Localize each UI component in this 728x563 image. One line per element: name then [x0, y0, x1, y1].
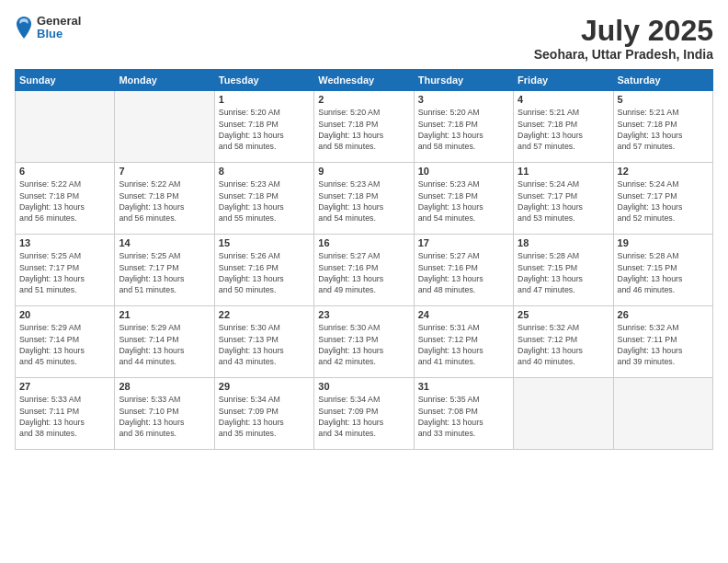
title-area: July 2025 Seohara, Uttar Pradesh, India	[534, 15, 713, 62]
day-number-28: 28	[119, 381, 210, 392]
day-number-2: 2	[318, 94, 409, 105]
cell-w4-d3: 22Sunrise: 5:30 AM Sunset: 7:13 PM Dayli…	[214, 306, 313, 378]
calendar-header-row: Sunday Monday Tuesday Wednesday Thursday…	[16, 70, 713, 91]
cell-w2-d7: 12Sunrise: 5:24 AM Sunset: 7:17 PM Dayli…	[613, 163, 712, 235]
cell-w5-d2: 28Sunrise: 5:33 AM Sunset: 7:10 PM Dayli…	[115, 378, 214, 450]
col-monday: Monday	[115, 70, 214, 91]
logo-text: General Blue	[37, 15, 81, 41]
day-number-8: 8	[219, 166, 310, 177]
logo-blue-text: Blue	[37, 28, 81, 40]
day-number-3: 3	[418, 94, 509, 105]
day-info-25: Sunrise: 5:32 AM Sunset: 7:12 PM Dayligh…	[518, 322, 609, 367]
day-info-19: Sunrise: 5:28 AM Sunset: 7:15 PM Dayligh…	[618, 250, 709, 295]
day-info-14: Sunrise: 5:25 AM Sunset: 7:17 PM Dayligh…	[119, 250, 210, 295]
week-row-4: 20Sunrise: 5:29 AM Sunset: 7:14 PM Dayli…	[16, 306, 713, 378]
day-info-10: Sunrise: 5:23 AM Sunset: 7:18 PM Dayligh…	[418, 178, 509, 224]
day-number-27: 27	[19, 381, 110, 392]
cell-w5-d6	[514, 378, 613, 450]
day-number-7: 7	[119, 166, 210, 177]
day-info-6: Sunrise: 5:22 AM Sunset: 7:18 PM Dayligh…	[19, 178, 110, 224]
day-info-28: Sunrise: 5:33 AM Sunset: 7:10 PM Dayligh…	[119, 394, 210, 439]
day-info-9: Sunrise: 5:23 AM Sunset: 7:18 PM Dayligh…	[318, 178, 409, 224]
cell-w3-d5: 17Sunrise: 5:27 AM Sunset: 7:16 PM Dayli…	[414, 235, 513, 306]
day-info-4: Sunrise: 5:21 AM Sunset: 7:18 PM Dayligh…	[518, 107, 609, 152]
cell-w5-d7	[613, 378, 712, 450]
cell-w3-d6: 18Sunrise: 5:28 AM Sunset: 7:15 PM Dayli…	[514, 235, 613, 306]
day-info-15: Sunrise: 5:26 AM Sunset: 7:16 PM Dayligh…	[219, 250, 310, 295]
day-info-18: Sunrise: 5:28 AM Sunset: 7:15 PM Dayligh…	[518, 250, 609, 295]
cell-w2-d6: 11Sunrise: 5:24 AM Sunset: 7:17 PM Dayli…	[514, 163, 613, 235]
day-info-12: Sunrise: 5:24 AM Sunset: 7:17 PM Dayligh…	[618, 178, 709, 224]
calendar-table: Sunday Monday Tuesday Wednesday Thursday…	[15, 69, 713, 450]
day-number-5: 5	[618, 94, 709, 105]
cell-w2-d3: 8Sunrise: 5:23 AM Sunset: 7:18 PM Daylig…	[214, 163, 313, 235]
logo-general-text: General	[37, 15, 81, 28]
day-info-23: Sunrise: 5:30 AM Sunset: 7:13 PM Dayligh…	[318, 322, 409, 367]
cell-w2-d1: 6Sunrise: 5:22 AM Sunset: 7:18 PM Daylig…	[16, 163, 115, 235]
day-number-18: 18	[518, 237, 609, 248]
day-number-13: 13	[19, 237, 110, 248]
cell-w1-d5: 3Sunrise: 5:20 AM Sunset: 7:18 PM Daylig…	[414, 91, 513, 163]
day-number-1: 1	[219, 94, 310, 105]
day-info-13: Sunrise: 5:25 AM Sunset: 7:17 PM Dayligh…	[19, 250, 110, 295]
day-number-15: 15	[219, 237, 310, 248]
cell-w4-d5: 24Sunrise: 5:31 AM Sunset: 7:12 PM Dayli…	[414, 306, 513, 378]
cell-w2-d4: 9Sunrise: 5:23 AM Sunset: 7:18 PM Daylig…	[314, 163, 414, 235]
day-info-8: Sunrise: 5:23 AM Sunset: 7:18 PM Dayligh…	[219, 178, 310, 224]
month-title: July 2025	[534, 15, 713, 47]
day-number-30: 30	[318, 381, 409, 392]
location: Seohara, Uttar Pradesh, India	[534, 47, 713, 62]
cell-w4-d1: 20Sunrise: 5:29 AM Sunset: 7:14 PM Dayli…	[16, 306, 115, 378]
day-info-7: Sunrise: 5:22 AM Sunset: 7:18 PM Dayligh…	[119, 178, 210, 224]
day-number-6: 6	[19, 166, 110, 177]
day-info-24: Sunrise: 5:31 AM Sunset: 7:12 PM Dayligh…	[418, 322, 509, 367]
day-info-16: Sunrise: 5:27 AM Sunset: 7:16 PM Dayligh…	[318, 250, 409, 295]
logo-icon	[15, 15, 33, 40]
day-number-9: 9	[318, 166, 409, 177]
day-info-22: Sunrise: 5:30 AM Sunset: 7:13 PM Dayligh…	[219, 322, 310, 367]
cell-w1-d6: 4Sunrise: 5:21 AM Sunset: 7:18 PM Daylig…	[514, 91, 613, 163]
col-thursday: Thursday	[414, 70, 513, 91]
cell-w4-d2: 21Sunrise: 5:29 AM Sunset: 7:14 PM Dayli…	[115, 306, 214, 378]
week-row-1: 1Sunrise: 5:20 AM Sunset: 7:18 PM Daylig…	[16, 91, 713, 163]
col-sunday: Sunday	[16, 70, 115, 91]
day-info-27: Sunrise: 5:33 AM Sunset: 7:11 PM Dayligh…	[19, 394, 110, 439]
cell-w1-d2	[115, 91, 214, 163]
col-wednesday: Wednesday	[314, 70, 414, 91]
day-number-25: 25	[518, 309, 609, 320]
cell-w2-d2: 7Sunrise: 5:22 AM Sunset: 7:18 PM Daylig…	[115, 163, 214, 235]
day-number-21: 21	[119, 309, 210, 320]
cell-w1-d4: 2Sunrise: 5:20 AM Sunset: 7:18 PM Daylig…	[314, 91, 414, 163]
col-friday: Friday	[514, 70, 613, 91]
week-row-2: 6Sunrise: 5:22 AM Sunset: 7:18 PM Daylig…	[16, 163, 713, 235]
cell-w3-d7: 19Sunrise: 5:28 AM Sunset: 7:15 PM Dayli…	[613, 235, 712, 306]
day-info-3: Sunrise: 5:20 AM Sunset: 7:18 PM Dayligh…	[418, 107, 509, 152]
day-number-11: 11	[518, 166, 609, 177]
col-tuesday: Tuesday	[214, 70, 313, 91]
cell-w1-d7: 5Sunrise: 5:21 AM Sunset: 7:18 PM Daylig…	[613, 91, 712, 163]
day-number-29: 29	[219, 381, 310, 392]
col-saturday: Saturday	[613, 70, 712, 91]
week-row-5: 27Sunrise: 5:33 AM Sunset: 7:11 PM Dayli…	[16, 378, 713, 450]
day-info-30: Sunrise: 5:34 AM Sunset: 7:09 PM Dayligh…	[318, 394, 409, 439]
header: General Blue July 2025 Seohara, Uttar Pr…	[15, 15, 713, 62]
day-info-21: Sunrise: 5:29 AM Sunset: 7:14 PM Dayligh…	[119, 322, 210, 367]
cell-w3-d3: 15Sunrise: 5:26 AM Sunset: 7:16 PM Dayli…	[214, 235, 313, 306]
week-row-3: 13Sunrise: 5:25 AM Sunset: 7:17 PM Dayli…	[16, 235, 713, 306]
day-number-19: 19	[618, 237, 709, 248]
day-info-29: Sunrise: 5:34 AM Sunset: 7:09 PM Dayligh…	[219, 394, 310, 439]
day-info-1: Sunrise: 5:20 AM Sunset: 7:18 PM Dayligh…	[219, 107, 310, 152]
cell-w4-d7: 26Sunrise: 5:32 AM Sunset: 7:11 PM Dayli…	[613, 306, 712, 378]
cell-w3-d2: 14Sunrise: 5:25 AM Sunset: 7:17 PM Dayli…	[115, 235, 214, 306]
page: General Blue July 2025 Seohara, Uttar Pr…	[0, 0, 728, 563]
day-number-16: 16	[318, 237, 409, 248]
day-number-26: 26	[618, 309, 709, 320]
day-number-22: 22	[219, 309, 310, 320]
day-info-31: Sunrise: 5:35 AM Sunset: 7:08 PM Dayligh…	[418, 394, 509, 439]
cell-w5-d4: 30Sunrise: 5:34 AM Sunset: 7:09 PM Dayli…	[314, 378, 414, 450]
day-number-4: 4	[518, 94, 609, 105]
day-number-17: 17	[418, 237, 509, 248]
day-number-23: 23	[318, 309, 409, 320]
cell-w1-d3: 1Sunrise: 5:20 AM Sunset: 7:18 PM Daylig…	[214, 91, 313, 163]
cell-w5-d5: 31Sunrise: 5:35 AM Sunset: 7:08 PM Dayli…	[414, 378, 513, 450]
